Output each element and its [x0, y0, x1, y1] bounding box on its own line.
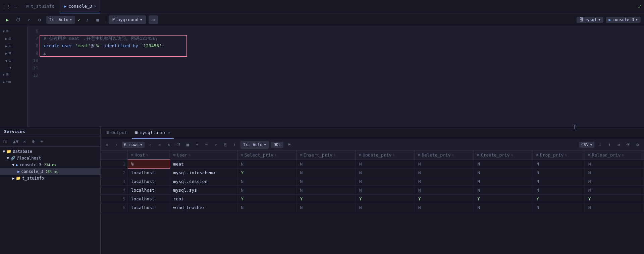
undo-button[interactable]: ↺ — [83, 16, 91, 24]
grid-view-button[interactable]: ⊞ — [149, 15, 158, 24]
cell-update_priv[interactable]: N — [356, 186, 415, 195]
tab-mysql-user[interactable]: ⊞ mysql.user ✕ — [132, 127, 174, 139]
table-row[interactable]: 4localhostmysql.sysNNNNNNN — [101, 186, 644, 195]
tab-mysql-user-close[interactable]: ✕ — [168, 130, 170, 135]
history-button[interactable]: ⏱ — [14, 16, 22, 24]
col-insert-priv[interactable]: ⊞ Insert_priv ⇅ — [297, 150, 356, 160]
tab-console_3[interactable]: ▶ console_3 ✕ — [60, 0, 100, 13]
gear-btn[interactable]: ⚙ — [634, 141, 641, 148]
settings-button[interactable]: ⚙ — [36, 16, 44, 24]
last-page-btn[interactable]: » — [156, 141, 163, 148]
table-row[interactable]: 1%meatNNNNNNN — [101, 160, 644, 169]
download-btn[interactable]: ⬇ — [596, 141, 604, 148]
cell-update_priv[interactable]: Y — [356, 195, 415, 203]
cell-user[interactable]: mysql.sys — [170, 186, 237, 195]
sidebar-item-3[interactable]: ▶ ⊞ — [0, 42, 27, 50]
eye-btn[interactable]: 👁 — [625, 141, 632, 148]
cell-delete_priv[interactable]: Y — [415, 195, 474, 203]
cell-delete_priv[interactable]: N — [415, 186, 474, 195]
tx-select[interactable]: Tx: Auto ▾ — [46, 16, 75, 24]
cell-create_priv[interactable]: N — [474, 186, 533, 195]
cell-select_priv[interactable]: N — [237, 186, 297, 195]
table-row[interactable]: 5localhostrootYYYYYYY — [101, 195, 644, 203]
flag-btn[interactable]: ⚑ — [285, 141, 293, 148]
cell-host[interactable]: % — [127, 160, 170, 169]
refresh-btn[interactable]: ↻ — [165, 141, 173, 148]
cell-create_priv[interactable]: N — [474, 177, 533, 186]
sidebar-item-5[interactable]: ▼ ⊞ — [0, 57, 27, 64]
code-content[interactable]: # 创建用户 meat ，任意主机都可以访问, 密码123456; create… — [41, 27, 644, 125]
cell-reload_priv[interactable]: N — [585, 186, 644, 195]
back-button[interactable]: ↶ — [25, 16, 33, 24]
col-user[interactable]: ⊞ User ⇅ — [170, 150, 237, 160]
cell-drop_priv[interactable]: Y — [533, 195, 585, 203]
playground-button[interactable]: Playground ▾ — [109, 15, 146, 24]
cell-host[interactable]: localhost — [127, 195, 170, 203]
cell-user[interactable]: meat — [170, 160, 237, 169]
cell-insert_priv[interactable]: N — [297, 203, 356, 212]
stop-results-btn[interactable]: ■ — [184, 141, 192, 148]
table-row[interactable]: 6localhostwind_teacherNNNNNNN — [101, 203, 644, 212]
cell-create_priv[interactable]: Y — [474, 195, 533, 203]
cell-update_priv[interactable]: N — [356, 169, 415, 177]
next-page-btn[interactable]: › — [147, 141, 154, 148]
cell-select_priv[interactable]: N — [237, 160, 297, 169]
cell-drop_priv[interactable]: N — [533, 160, 585, 169]
col-delete-priv[interactable]: ⊞ Delete_priv ⇅ — [415, 150, 474, 160]
cell-delete_priv[interactable]: N — [415, 203, 474, 212]
cell-drop_priv[interactable]: N — [533, 169, 585, 177]
csv-select[interactable]: CSV ▾ — [579, 142, 594, 148]
cell-insert_priv[interactable]: N — [297, 169, 356, 177]
cell-reload_priv[interactable]: N — [585, 169, 644, 177]
tab-output[interactable]: ⊟ Output — [103, 127, 130, 139]
sidebar-item-6[interactable]: ▶ ⊞ — [0, 71, 27, 78]
cell-select_priv[interactable]: Y — [237, 169, 297, 177]
cell-user[interactable]: wind_teacher — [170, 203, 237, 212]
services-close-btn[interactable]: ✕ — [21, 138, 28, 145]
cell-reload_priv[interactable]: Y — [585, 195, 644, 203]
cell-select_priv[interactable]: N — [237, 203, 297, 212]
cell-update_priv[interactable]: N — [356, 160, 415, 169]
code-editor[interactable]: 6 7 8 9 10 11 12 # 创建用户 meat ，任意主机都可以访问,… — [28, 26, 644, 127]
cell-insert_priv[interactable]: Y — [297, 195, 356, 203]
cell-delete_priv[interactable]: N — [415, 177, 474, 186]
table-row[interactable]: 2localhostmysql.infoschemaYNNNNNN — [101, 169, 644, 177]
cell-host[interactable]: localhost — [127, 169, 170, 177]
import-btn[interactable]: ⇄ — [615, 141, 623, 148]
export-btn[interactable]: ⬆ — [606, 141, 613, 148]
services-split-btn[interactable]: ⊕ — [30, 138, 37, 145]
col-select-priv[interactable]: ⊞ Select_priv ⇅ — [237, 150, 297, 160]
minimize-icon[interactable]: — — [11, 3, 19, 10]
table-row[interactable]: 3localhostmysql.sessionNNNNNNN — [101, 177, 644, 186]
cell-insert_priv[interactable]: N — [297, 177, 356, 186]
cell-user[interactable]: root — [170, 195, 237, 203]
tx-results-select[interactable]: Tx: Auto ▾ — [240, 141, 269, 149]
upload-up-btn[interactable]: ⬆ — [231, 141, 238, 148]
cell-update_priv[interactable]: N — [356, 203, 415, 212]
cell-user[interactable]: mysql.infoschema — [170, 169, 237, 177]
del-row-btn[interactable]: − — [203, 141, 210, 148]
cell-insert_priv[interactable]: N — [297, 160, 356, 169]
cell-update_priv[interactable]: N — [356, 177, 415, 186]
ddl-button[interactable]: DDL — [271, 142, 284, 148]
col-create-priv[interactable]: ⊞ Create_priv ⇅ — [474, 150, 533, 160]
revert-btn[interactable]: ↶ — [212, 141, 220, 148]
cell-create_priv[interactable]: N — [474, 203, 533, 212]
tree-console3-parent[interactable]: ▼ ▶ console_3 234 ms — [0, 162, 100, 168]
copy-btn[interactable]: ⎘ — [222, 141, 229, 148]
rows-select[interactable]: 6 rows ▾ — [122, 142, 145, 148]
col-reload-priv[interactable]: ⊞ Reload_priv ⇅ — [585, 150, 644, 160]
sidebar-item-1[interactable]: ▼ ⊞ — [0, 27, 27, 35]
col-update-priv[interactable]: ⊞ Update_priv ⇅ — [356, 150, 415, 160]
services-updown-icon[interactable]: ▲▼ — [12, 138, 19, 145]
tree-t_stuinfo[interactable]: ▶ 📁 t_stuinfo — [0, 175, 100, 182]
cell-insert_priv[interactable]: N — [297, 186, 356, 195]
prev-page-btn[interactable]: ‹ — [113, 141, 120, 148]
cell-user[interactable]: mysql.session — [170, 177, 237, 186]
tab-close-icon[interactable]: ✕ — [94, 4, 97, 8]
tree-database[interactable]: ▼ 📁 Database — [0, 148, 100, 155]
sidebar-item-2[interactable]: ▶ ⊞ — [0, 35, 27, 42]
expand-icon[interactable]: ⋮⋮ — [3, 3, 10, 10]
console-connection-badge[interactable]: ▶ console_3 ▾ — [606, 17, 641, 23]
sidebar-item-4[interactable]: ▶ ⊞ — [0, 50, 27, 57]
